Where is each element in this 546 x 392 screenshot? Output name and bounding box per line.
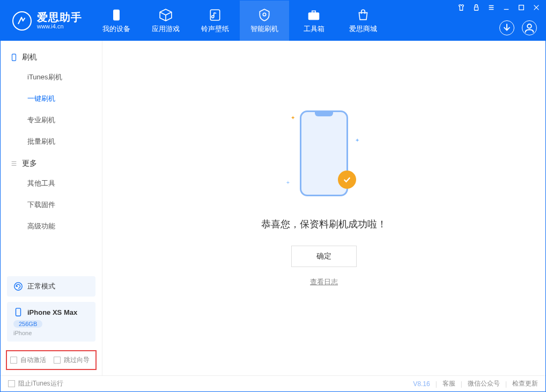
- svg-point-7: [527, 24, 532, 28]
- view-log-link[interactable]: 查看日志: [310, 278, 338, 286]
- device-type: iPhone: [13, 330, 89, 336]
- app-url: www.i4.cn: [37, 23, 82, 29]
- sparkle-icon: ✦: [291, 115, 295, 121]
- sidebar-item-advanced[interactable]: 高级功能: [1, 216, 102, 237]
- header-right-buttons: [499, 20, 537, 35]
- svg-rect-6: [519, 5, 524, 10]
- svg-rect-5: [475, 7, 478, 10]
- svg-rect-4: [312, 11, 316, 12]
- svg-point-9: [14, 283, 22, 290]
- tab-toolbox[interactable]: 工具箱: [289, 1, 338, 41]
- footer-link-support[interactable]: 客服: [442, 379, 455, 388]
- sidebar: 刷机 iTunes刷机 一键刷机 专业刷机 批量刷机 更多 其他工具 下载固件 …: [1, 41, 102, 375]
- checkbox-block-itunes[interactable]: 阻止iTunes运行: [8, 379, 63, 388]
- checkbox-auto-activate[interactable]: 自动激活: [10, 356, 46, 365]
- sparkle-icon: ✦: [355, 137, 359, 143]
- tab-my-device[interactable]: 我的设备: [92, 1, 141, 41]
- list-icon: [10, 160, 18, 167]
- sidebar-item-download-firmware[interactable]: 下载固件: [1, 194, 102, 216]
- close-icon[interactable]: [533, 4, 540, 11]
- sidebar-section-flash: 刷机: [1, 46, 102, 66]
- device-model: iPhone XS Max: [27, 308, 77, 316]
- sidebar-item-itunes-flash[interactable]: iTunes刷机: [1, 66, 102, 88]
- sparkle-icon: +: [286, 180, 290, 186]
- confirm-button[interactable]: 确定: [291, 246, 357, 267]
- refresh-icon: [13, 282, 23, 291]
- app-logo: 爱思助手 www.i4.cn: [1, 1, 92, 41]
- sidebar-item-batch-flash[interactable]: 批量刷机: [1, 131, 102, 152]
- sidebar-item-other-tools[interactable]: 其他工具: [1, 173, 102, 194]
- tab-store[interactable]: 爱思商城: [338, 1, 388, 41]
- logo-icon: [12, 11, 32, 31]
- device-info-card[interactable]: iPhone XS Max 256GB iPhone: [7, 302, 95, 342]
- tshirt-icon[interactable]: [458, 4, 465, 11]
- sidebar-section-more: 更多: [1, 152, 102, 173]
- menu-icon[interactable]: [488, 4, 495, 11]
- sidebar-item-pro-flash[interactable]: 专业刷机: [1, 109, 102, 131]
- phone-icon: [10, 54, 18, 61]
- svg-point-2: [263, 13, 265, 16]
- download-icon[interactable]: [499, 20, 514, 35]
- main-content: ✦ ✦ + 恭喜您，保资料刷机成功啦！ 确定 查看日志: [102, 41, 545, 375]
- success-message: 恭喜您，保资料刷机成功啦！: [261, 218, 387, 231]
- maximize-icon[interactable]: [518, 4, 525, 11]
- device-storage-badge: 256GB: [13, 320, 42, 328]
- success-illustration: ✦ ✦ +: [281, 110, 367, 202]
- tab-apps-games[interactable]: 应用游戏: [141, 1, 190, 41]
- svg-rect-10: [16, 308, 21, 316]
- success-check-icon: [338, 171, 356, 189]
- device-mode-label: 正常模式: [27, 282, 55, 291]
- device-icon: [13, 307, 23, 317]
- user-icon[interactable]: [522, 20, 537, 35]
- version-label: V8.16: [413, 380, 430, 388]
- svg-rect-1: [210, 10, 219, 20]
- device-mode-card[interactable]: 正常模式: [7, 276, 95, 297]
- flash-options-highlight: 自动激活 跳过向导: [6, 350, 97, 370]
- header: 爱思助手 www.i4.cn 我的设备 应用游戏 铃声壁纸 智能刷机 工具箱 爱…: [1, 1, 545, 41]
- tab-ringtones-wallpapers[interactable]: 铃声壁纸: [190, 1, 240, 41]
- main-tabs: 我的设备 应用游戏 铃声壁纸 智能刷机 工具箱 爱思商城: [92, 1, 388, 41]
- footer-link-update[interactable]: 检查更新: [512, 379, 538, 388]
- svg-rect-8: [12, 54, 16, 61]
- titlebar-controls: [458, 4, 540, 11]
- svg-rect-3: [308, 12, 319, 19]
- footer: 阻止iTunes运行 V8.16 | 客服 | 微信公众号 | 检查更新: [1, 375, 545, 391]
- checkbox-skip-guide[interactable]: 跳过向导: [54, 356, 90, 365]
- svg-rect-0: [114, 10, 120, 20]
- app-name: 爱思助手: [37, 11, 82, 23]
- footer-link-wechat[interactable]: 微信公众号: [468, 379, 500, 388]
- lock-icon[interactable]: [473, 4, 480, 11]
- sidebar-item-oneclick-flash[interactable]: 一键刷机: [1, 88, 102, 109]
- minimize-icon[interactable]: [503, 4, 510, 11]
- tab-smart-flash[interactable]: 智能刷机: [240, 1, 289, 41]
